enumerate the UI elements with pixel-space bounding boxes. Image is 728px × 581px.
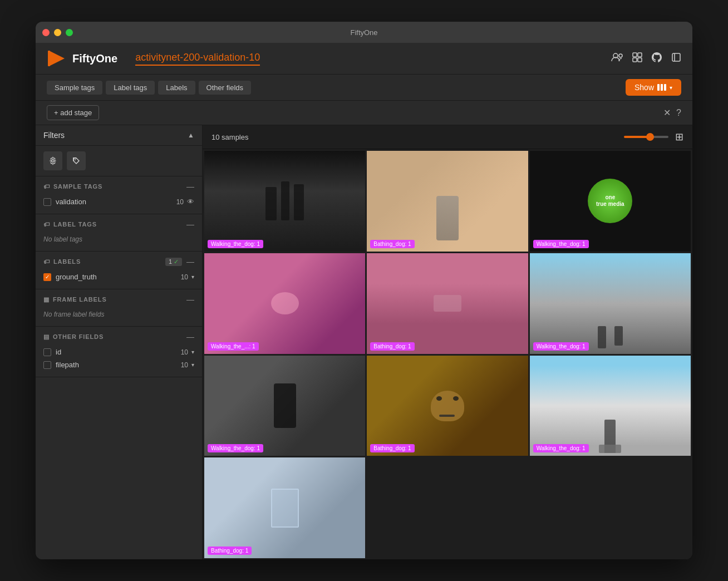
image-cell-3[interactable]: one true media Walking_the_dog: 1 xyxy=(530,151,691,252)
close-button[interactable] xyxy=(42,29,50,36)
no-frame-labels: No frame label fields xyxy=(43,308,194,321)
image-cell-5[interactable]: Bathing_dog: 1 xyxy=(367,253,528,354)
validation-eye-icon[interactable]: 👁 xyxy=(187,198,194,206)
image-label-7: Walking_the_dog: 1 xyxy=(208,444,263,452)
svg-rect-1 xyxy=(48,51,50,66)
filepath-filter-row: filepath 10 ▾ xyxy=(43,358,194,371)
id-count: 10 xyxy=(181,348,188,356)
image-cell-8[interactable]: Bathing_dog: 1 xyxy=(367,356,528,456)
settings-button[interactable] xyxy=(43,151,62,170)
ground-truth-checkbox[interactable]: ✓ xyxy=(43,273,51,281)
svg-rect-11 xyxy=(661,84,663,91)
filter-header: Filters ▲ xyxy=(36,125,202,146)
other-fields-title: ▤ OTHER FIELDS xyxy=(43,333,104,341)
header-icons xyxy=(611,52,681,66)
tab-sample-tags[interactable]: Sample tags xyxy=(47,81,102,95)
image-label-9: Walking_the_dog: 1 xyxy=(533,444,589,452)
image-cell-7[interactable]: Walking_the_dog: 1 xyxy=(204,356,365,456)
labels-collapse[interactable]: — xyxy=(186,257,194,266)
tab-labels[interactable]: Labels xyxy=(158,81,195,95)
image-placeholder-1 xyxy=(204,151,365,252)
image-label-4: Walking_the_...: 1 xyxy=(208,342,259,351)
sidebar: Filters ▲ xyxy=(36,125,203,559)
stage-icons: ✕ ? xyxy=(663,107,681,118)
label-tags-icon: 🏷 xyxy=(43,221,50,228)
image-cell-1[interactable]: Walking_the_dog: 1 xyxy=(204,151,365,252)
label-tags-title: 🏷 LABEL TAGS xyxy=(43,221,97,228)
tab-group: Sample tags Label tags Labels Other fiel… xyxy=(47,81,251,95)
image-grid: Walking_the_dog: 1 Bathing_dog: 1 one tr… xyxy=(203,149,692,559)
add-stage-button[interactable]: + add stage xyxy=(47,105,99,120)
show-chevron-icon: ▾ xyxy=(670,85,672,91)
label-tags-header: 🏷 LABEL TAGS — xyxy=(43,220,194,229)
tag-button[interactable] xyxy=(67,151,86,170)
filters-toggle-icon[interactable]: ▲ xyxy=(188,131,194,139)
badge-checkmark-icon: ✓ xyxy=(174,258,179,265)
labels-title: 🏷 LABELS xyxy=(43,258,81,265)
label-tags-collapse[interactable]: — xyxy=(186,220,194,229)
image-label-5: Bathing_dog: 1 xyxy=(370,342,414,351)
logo-icon xyxy=(47,48,67,68)
image-label-1: Walking_the_dog: 1 xyxy=(208,240,263,248)
sample-tags-collapse[interactable]: — xyxy=(186,182,194,191)
svg-rect-6 xyxy=(633,58,637,62)
id-checkbox[interactable] xyxy=(43,348,51,356)
window-controls xyxy=(42,29,73,36)
tab-other-fields[interactable]: Other fields xyxy=(199,81,251,95)
maximize-button[interactable] xyxy=(66,29,73,36)
frame-labels-collapse[interactable]: — xyxy=(186,295,194,304)
id-dropdown-icon[interactable]: ▾ xyxy=(191,349,194,355)
samples-count: 10 samples xyxy=(211,133,248,141)
labels-badge: 1 ✓ xyxy=(165,258,182,266)
other-fields-collapse[interactable]: — xyxy=(186,332,194,341)
app-header: FiftyOne activitynet-200-validation-10 xyxy=(36,43,692,75)
content-area: 10 samples ⊞ xyxy=(203,125,692,559)
tab-label-tags[interactable]: Label tags xyxy=(106,81,155,95)
no-label-tags: No label tags xyxy=(43,233,194,245)
grid-view-icon[interactable]: ⊞ xyxy=(675,131,683,143)
svg-rect-5 xyxy=(638,53,642,57)
image-label-8: Bathing_dog: 1 xyxy=(370,444,414,452)
filepath-count: 10 xyxy=(181,361,188,369)
sample-tags-icon: 🏷 xyxy=(43,183,50,190)
logo-area: FiftyOne activitynet-200-validation-10 xyxy=(47,48,260,68)
image-cell-9[interactable]: Walking_the_dog: 1 xyxy=(530,356,691,456)
filepath-dropdown-icon[interactable]: ▾ xyxy=(191,362,194,368)
close-icon[interactable]: ✕ xyxy=(663,107,671,118)
zoom-slider-container xyxy=(624,136,668,138)
window-title: FiftyOne xyxy=(350,28,377,37)
sample-tags-section: 🏷 SAMPLE TAGS — validation 10 👁 xyxy=(36,176,202,214)
image-cell-4[interactable]: Walking_the_...: 1 xyxy=(204,253,365,354)
validation-checkbox[interactable] xyxy=(43,198,51,206)
labels-section: 🏷 LABELS 1 ✓ — ✓ ground_truth xyxy=(36,252,202,289)
image-label-2: Bathing_dog: 1 xyxy=(370,240,414,248)
book-icon[interactable] xyxy=(671,52,681,65)
zoom-slider[interactable] xyxy=(624,136,668,138)
grid-icon[interactable] xyxy=(632,52,642,65)
labels-icon: 🏷 xyxy=(43,258,50,265)
help-icon[interactable]: ? xyxy=(676,108,681,118)
validation-label: validation xyxy=(56,198,86,206)
dataset-name[interactable]: activitynet-200-validation-10 xyxy=(135,52,260,66)
minimize-button[interactable] xyxy=(54,29,61,36)
image-cell-6[interactable]: Walking_the_dog: 1 xyxy=(530,253,691,354)
frame-labels-header: ▦ FRAME LABELS — xyxy=(43,295,194,304)
image-cell-10[interactable]: Bathing_dog: 1 xyxy=(204,457,365,558)
svg-point-3 xyxy=(619,54,622,57)
users-icon[interactable] xyxy=(611,53,623,65)
titlebar: FiftyOne xyxy=(36,22,692,43)
image-cell-2[interactable]: Bathing_dog: 1 xyxy=(367,151,528,252)
id-filter-row: id 10 ▾ xyxy=(43,346,194,358)
show-button[interactable]: Show ▾ xyxy=(626,79,681,96)
id-label: id xyxy=(56,348,61,356)
ground-truth-row: ✓ ground_truth 10 ▾ xyxy=(43,270,194,283)
other-fields-header: ▤ OTHER FIELDS — xyxy=(43,332,194,341)
svg-rect-12 xyxy=(664,84,666,91)
sidebar-actions xyxy=(36,146,202,176)
ground-truth-dropdown-icon[interactable]: ▾ xyxy=(191,274,194,280)
svg-rect-4 xyxy=(633,53,637,57)
github-icon[interactable] xyxy=(651,52,662,66)
filepath-checkbox[interactable] xyxy=(43,361,51,369)
image-label-6: Walking_the_dog: 1 xyxy=(533,342,589,351)
image-label-3: Walking_the_dog: 1 xyxy=(533,240,589,248)
